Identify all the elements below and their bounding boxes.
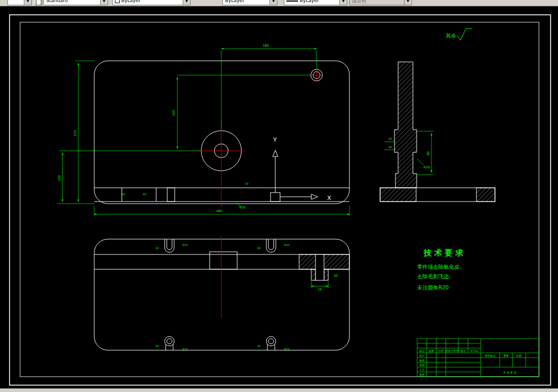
dimension-label: 80 [426, 151, 430, 156]
dimension-label: 40 [389, 145, 392, 149]
lineweight-icon [286, 1, 298, 2]
dimension-label: 40 [122, 193, 125, 196]
surface-roughness-note: 其余 [446, 29, 472, 40]
tech-requirements: 技术要求 零件须去除氧化皮. 去除毛刺飞边. 未注圆角R20 [417, 248, 466, 290]
dimension-label: 180 [263, 43, 269, 47]
dimension-label: 20 [156, 344, 159, 348]
dimension-lines [57, 49, 434, 288]
dimension-label: 60 [143, 193, 146, 196]
lineweight-dropdown[interactable]: ByLayer ▼ [284, 0, 347, 5]
dimension-label: R10 [183, 348, 188, 351]
ucs-icon: Y X [271, 136, 331, 202]
top-view[interactable] [94, 61, 349, 204]
title-block-label: 校核 [419, 359, 425, 362]
tech-requirement-line: 去除毛刺飞边. [417, 274, 451, 279]
color-value: ByLayer [121, 0, 141, 3]
chevron-down-icon[interactable]: ▼ [183, 0, 190, 5]
plot-style-dropdown[interactable]: 随层色 ▼ [349, 0, 412, 5]
chevron-down-icon[interactable]: ▼ [24, 0, 31, 5]
dimension-label: 480 [216, 209, 222, 213]
layer-manager-button[interactable] [34, 0, 42, 5]
sheet-icon [36, 0, 41, 5]
dimension-label: 140 [172, 110, 175, 116]
title-block-label: 标记 [419, 349, 425, 353]
chevron-down-icon[interactable]: ▼ [404, 0, 411, 5]
title-block-label: 分区 [438, 349, 444, 352]
color-swatch-icon [115, 0, 120, 3]
workspace-dropdown[interactable]: ▼ [7, 0, 32, 5]
title-block-label: 设计 [419, 354, 425, 357]
ucs-y-label: Y [273, 136, 277, 143]
ucs-x-label: X [327, 195, 331, 202]
dimension-label: 14 [245, 182, 248, 185]
dimension-label: 16 [318, 287, 322, 291]
dimension-label: 30 [334, 274, 338, 277]
title-block-label: 批准 [419, 373, 425, 377]
title-block-label: 更改文件号 [446, 349, 459, 352]
dimension-label: 270 [73, 130, 77, 136]
side-view[interactable] [380, 62, 495, 202]
surface-note-text: 其余 [446, 33, 456, 39]
title-block-label: 重量 [503, 354, 509, 357]
lineweight-value: ByLayer [300, 0, 319, 3]
dimension-label: R20 [239, 205, 246, 209]
dimension-label: 20 [389, 137, 392, 140]
status-bar [0, 388, 558, 392]
title-block-labels: 标记处数分区更改文件号签名年月日设计校核审核工艺批准阶段标记重量比例共 张 第 … [419, 349, 521, 377]
title-block-label: 处数 [429, 349, 434, 353]
dimension-label: R10 [284, 348, 290, 351]
plot-style-value: 随层色 [350, 0, 411, 5]
chevron-down-icon[interactable]: ▼ [100, 0, 107, 5]
dimension-label: 20 [257, 344, 260, 348]
dimension-label: 20 [257, 247, 260, 250]
title-block-label: 工艺 [419, 368, 425, 371]
color-dropdown[interactable]: ByLayer ▼ [112, 0, 191, 5]
chevron-down-icon[interactable]: ▼ [269, 0, 277, 5]
text-style-value: Standard [44, 0, 107, 3]
text-style-dropdown[interactable]: Standard ▼ [43, 0, 108, 5]
dimension-label: 100 [57, 175, 61, 181]
tech-requirements-title: 技术要求 [423, 248, 466, 258]
drawing-canvas[interactable]: 180140270100480406014R20204080R1020R1020… [0, 0, 558, 392]
title-block-label: 比例 [516, 354, 521, 358]
dimension-label: R10 [183, 243, 188, 247]
title-block: 标记处数分区更改文件号签名年月日设计校核审核工艺批准阶段标记重量比例共 张 第 … [417, 339, 539, 377]
dimension-label: 20 [156, 247, 159, 250]
tech-requirement-line: 未注圆角R20 [417, 285, 449, 290]
dimension-labels: 180140270100480406014R20204080R1020R1020… [57, 43, 430, 351]
linetype-dropdown[interactable]: ByLayer ▼ [222, 0, 277, 5]
bottom-view[interactable] [94, 239, 349, 350]
linetype-value: ByLayer [223, 0, 277, 3]
dimension-label: R10 [424, 165, 430, 169]
dimension-label: R10 [284, 243, 290, 247]
title-block-label: 年月日 [471, 349, 479, 353]
title-block-label: 阶段标记 [485, 354, 496, 358]
roughness-symbol-icon [457, 29, 472, 40]
tech-requirement-line: 零件须去除氧化皮. [417, 264, 461, 270]
title-block-label: 共 张 第 张 [503, 371, 517, 375]
cad-window: ▼ Standard ▼ ByLayer ▼ ByLayer ▼ ByLayer… [0, 0, 558, 392]
title-block-label: 审核 [419, 363, 425, 367]
title-block-label: 签名 [461, 349, 466, 353]
chevron-down-icon[interactable]: ▼ [339, 0, 347, 5]
properties-toolbar: ▼ Standard ▼ ByLayer ▼ ByLayer ▼ ByLayer… [0, 0, 558, 6]
centerlines [198, 69, 323, 317]
